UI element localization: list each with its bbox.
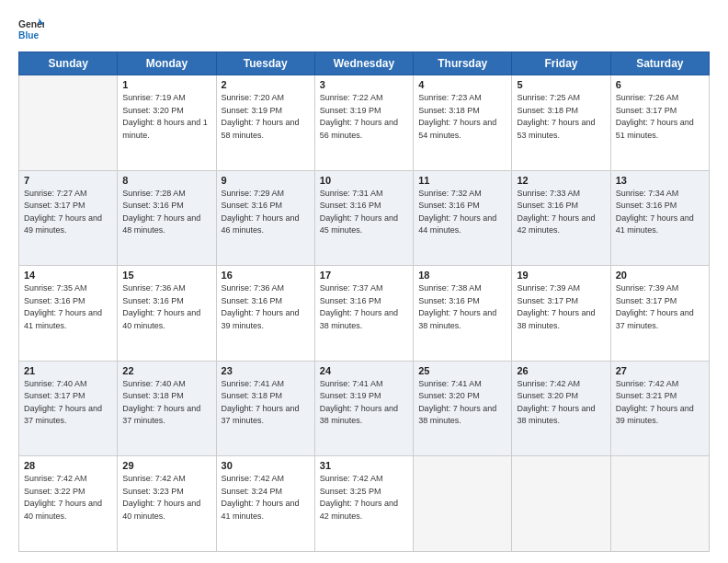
day-cell: 21 Sunrise: 7:40 AMSunset: 3:17 PMDaylig… <box>19 361 118 456</box>
day-number: 18 <box>418 270 506 281</box>
day-cell: 29 Sunrise: 7:42 AMSunset: 3:23 PMDaylig… <box>118 456 216 552</box>
day-cell: 10 Sunrise: 7:31 AMSunset: 3:16 PMDaylig… <box>314 170 413 266</box>
header: General Blue <box>18 17 710 42</box>
logo-icon: General Blue <box>18 17 44 42</box>
day-info: Sunrise: 7:25 AMSunset: 3:18 PMDaylight:… <box>517 93 595 140</box>
day-info: Sunrise: 7:41 AMSunset: 3:19 PMDaylight:… <box>320 379 398 426</box>
day-info: Sunrise: 7:22 AMSunset: 3:19 PMDaylight:… <box>320 93 398 140</box>
day-info: Sunrise: 7:42 AMSunset: 3:23 PMDaylight:… <box>122 474 200 521</box>
day-cell: 1 Sunrise: 7:19 AMSunset: 3:20 PMDayligh… <box>118 75 216 171</box>
day-info: Sunrise: 7:26 AMSunset: 3:17 PMDaylight:… <box>616 93 694 140</box>
day-number: 26 <box>517 365 605 376</box>
day-number: 21 <box>24 365 112 376</box>
day-header-tuesday: Tuesday <box>216 52 314 75</box>
day-info: Sunrise: 7:42 AMSunset: 3:24 PMDaylight:… <box>222 474 300 521</box>
day-info: Sunrise: 7:36 AMSunset: 3:16 PMDaylight:… <box>222 283 300 330</box>
day-cell: 6 Sunrise: 7:26 AMSunset: 3:17 PMDayligh… <box>610 75 709 171</box>
day-info: Sunrise: 7:42 AMSunset: 3:22 PMDaylight:… <box>24 474 102 521</box>
day-cell <box>19 75 118 171</box>
day-number: 2 <box>222 79 310 90</box>
day-info: Sunrise: 7:27 AMSunset: 3:17 PMDaylight:… <box>24 189 102 236</box>
day-number: 9 <box>222 175 310 186</box>
day-info: Sunrise: 7:19 AMSunset: 3:20 PMDaylight:… <box>122 93 208 140</box>
day-cell: 17 Sunrise: 7:37 AMSunset: 3:16 PMDaylig… <box>314 266 413 362</box>
day-number: 15 <box>122 270 210 281</box>
day-number: 5 <box>517 79 605 90</box>
day-info: Sunrise: 7:29 AMSunset: 3:16 PMDaylight:… <box>222 189 300 236</box>
day-number: 25 <box>418 365 506 376</box>
week-row-3: 14 Sunrise: 7:35 AMSunset: 3:16 PMDaylig… <box>19 266 710 362</box>
day-cell: 18 Sunrise: 7:38 AMSunset: 3:16 PMDaylig… <box>414 266 512 362</box>
day-cell: 20 Sunrise: 7:39 AMSunset: 3:17 PMDaylig… <box>610 266 709 362</box>
day-info: Sunrise: 7:40 AMSunset: 3:18 PMDaylight:… <box>122 379 200 426</box>
day-cell: 5 Sunrise: 7:25 AMSunset: 3:18 PMDayligh… <box>512 75 610 171</box>
day-info: Sunrise: 7:36 AMSunset: 3:16 PMDaylight:… <box>122 283 200 330</box>
day-info: Sunrise: 7:33 AMSunset: 3:16 PMDaylight:… <box>517 189 595 236</box>
week-row-5: 28 Sunrise: 7:42 AMSunset: 3:22 PMDaylig… <box>19 456 710 552</box>
day-info: Sunrise: 7:28 AMSunset: 3:16 PMDaylight:… <box>122 189 200 236</box>
day-cell: 22 Sunrise: 7:40 AMSunset: 3:18 PMDaylig… <box>118 361 216 456</box>
day-info: Sunrise: 7:34 AMSunset: 3:16 PMDaylight:… <box>616 189 694 236</box>
day-cell: 25 Sunrise: 7:41 AMSunset: 3:20 PMDaylig… <box>414 361 512 456</box>
day-info: Sunrise: 7:42 AMSunset: 3:21 PMDaylight:… <box>616 379 694 426</box>
day-cell: 19 Sunrise: 7:39 AMSunset: 3:17 PMDaylig… <box>512 266 610 362</box>
day-header-wednesday: Wednesday <box>314 52 413 75</box>
day-info: Sunrise: 7:38 AMSunset: 3:16 PMDaylight:… <box>418 283 496 330</box>
day-number: 30 <box>222 460 310 471</box>
day-number: 19 <box>517 270 605 281</box>
day-info: Sunrise: 7:23 AMSunset: 3:18 PMDaylight:… <box>418 93 496 140</box>
day-number: 20 <box>616 270 704 281</box>
day-cell: 3 Sunrise: 7:22 AMSunset: 3:19 PMDayligh… <box>314 75 413 171</box>
day-number: 22 <box>122 365 210 376</box>
day-cell: 9 Sunrise: 7:29 AMSunset: 3:16 PMDayligh… <box>216 170 314 266</box>
day-info: Sunrise: 7:37 AMSunset: 3:16 PMDaylight:… <box>320 283 398 330</box>
day-cell: 15 Sunrise: 7:36 AMSunset: 3:16 PMDaylig… <box>118 266 216 362</box>
day-info: Sunrise: 7:20 AMSunset: 3:19 PMDaylight:… <box>222 93 300 140</box>
day-header-friday: Friday <box>512 52 610 75</box>
calendar-page: General Blue SundayMondayTuesdayWednesda… <box>0 0 728 563</box>
day-cell: 14 Sunrise: 7:35 AMSunset: 3:16 PMDaylig… <box>19 266 118 362</box>
day-header-sunday: Sunday <box>19 52 118 75</box>
calendar-table: SundayMondayTuesdayWednesdayThursdayFrid… <box>18 52 710 552</box>
day-number: 11 <box>418 175 506 186</box>
day-info: Sunrise: 7:41 AMSunset: 3:20 PMDaylight:… <box>418 379 496 426</box>
day-number: 8 <box>122 175 210 186</box>
day-cell: 4 Sunrise: 7:23 AMSunset: 3:18 PMDayligh… <box>414 75 512 171</box>
day-cell: 31 Sunrise: 7:42 AMSunset: 3:25 PMDaylig… <box>314 456 413 552</box>
day-cell: 23 Sunrise: 7:41 AMSunset: 3:18 PMDaylig… <box>216 361 314 456</box>
day-cell: 26 Sunrise: 7:42 AMSunset: 3:20 PMDaylig… <box>512 361 610 456</box>
day-cell: 13 Sunrise: 7:34 AMSunset: 3:16 PMDaylig… <box>610 170 709 266</box>
week-row-2: 7 Sunrise: 7:27 AMSunset: 3:17 PMDayligh… <box>19 170 710 266</box>
day-number: 31 <box>320 460 408 471</box>
logo: General Blue <box>18 17 44 42</box>
day-number: 28 <box>24 460 112 471</box>
day-number: 7 <box>24 175 112 186</box>
svg-text:Blue: Blue <box>18 30 40 40</box>
day-cell <box>610 456 709 552</box>
day-number: 29 <box>122 460 210 471</box>
day-number: 10 <box>320 175 408 186</box>
day-cell <box>512 456 610 552</box>
day-info: Sunrise: 7:31 AMSunset: 3:16 PMDaylight:… <box>320 189 398 236</box>
day-cell: 28 Sunrise: 7:42 AMSunset: 3:22 PMDaylig… <box>19 456 118 552</box>
day-cell: 27 Sunrise: 7:42 AMSunset: 3:21 PMDaylig… <box>610 361 709 456</box>
day-info: Sunrise: 7:41 AMSunset: 3:18 PMDaylight:… <box>222 379 300 426</box>
day-number: 12 <box>517 175 605 186</box>
day-cell: 2 Sunrise: 7:20 AMSunset: 3:19 PMDayligh… <box>216 75 314 171</box>
day-number: 6 <box>616 79 704 90</box>
day-number: 16 <box>222 270 310 281</box>
day-cell <box>414 456 512 552</box>
day-header-monday: Monday <box>118 52 216 75</box>
day-number: 4 <box>418 79 506 90</box>
day-info: Sunrise: 7:42 AMSunset: 3:25 PMDaylight:… <box>320 474 398 521</box>
day-number: 17 <box>320 270 408 281</box>
day-info: Sunrise: 7:39 AMSunset: 3:17 PMDaylight:… <box>517 283 595 330</box>
day-cell: 16 Sunrise: 7:36 AMSunset: 3:16 PMDaylig… <box>216 266 314 362</box>
day-cell: 30 Sunrise: 7:42 AMSunset: 3:24 PMDaylig… <box>216 456 314 552</box>
day-number: 3 <box>320 79 408 90</box>
day-number: 14 <box>24 270 112 281</box>
week-row-4: 21 Sunrise: 7:40 AMSunset: 3:17 PMDaylig… <box>19 361 710 456</box>
day-header-saturday: Saturday <box>610 52 709 75</box>
day-info: Sunrise: 7:42 AMSunset: 3:20 PMDaylight:… <box>517 379 595 426</box>
day-cell: 24 Sunrise: 7:41 AMSunset: 3:19 PMDaylig… <box>314 361 413 456</box>
